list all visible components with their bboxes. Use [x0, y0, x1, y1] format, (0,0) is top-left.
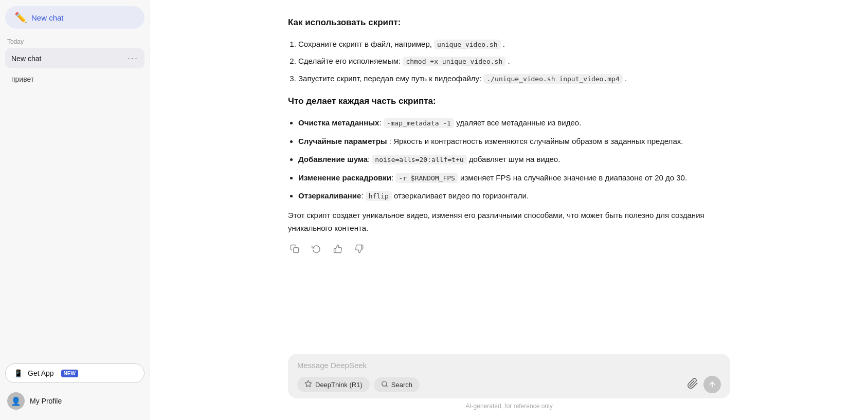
svg-line-3: [386, 385, 387, 387]
chat-item-privet[interactable]: привет: [5, 70, 144, 87]
step3-end: .: [625, 74, 627, 83]
search-button[interactable]: Search: [374, 377, 420, 392]
bullet5-bold: Отзеркаливание: [298, 191, 361, 200]
input-area: Message DeepSeek DeepThink (R1): [150, 349, 868, 420]
step-3: Запустите скрипт, передав ему путь к вид…: [298, 72, 730, 85]
chat-item-more-icon[interactable]: ···: [128, 53, 138, 64]
phone-icon: 📱: [14, 369, 23, 377]
message-input-placeholder[interactable]: Message DeepSeek: [297, 361, 721, 370]
bullet1-text: удаляет все метаданные из видео.: [456, 118, 581, 127]
bullet5-code: hflip: [366, 191, 392, 201]
steps-list: Сохраните скрипт в файл, например, uniqu…: [298, 38, 730, 85]
svg-marker-1: [305, 380, 312, 387]
chat-item-label: New chat: [11, 54, 41, 63]
step2-code: chmod +x unique_video.sh: [403, 57, 505, 66]
edit-icon: ✏️: [14, 11, 27, 24]
search-icon: [381, 380, 388, 389]
action-bar: [288, 242, 730, 258]
new-badge: NEW: [61, 370, 78, 377]
search-label: Search: [391, 381, 412, 389]
step3-code: ./unique_video.sh input_video.mp4: [483, 74, 622, 84]
input-toolbar-left: DeepThink (R1) Search: [297, 377, 420, 392]
copy-button[interactable]: [288, 242, 301, 258]
attach-button[interactable]: [687, 378, 698, 392]
message-content: Как использовать скрипт: Сохраните скрип…: [288, 15, 730, 258]
bullets-list: Очистка метаданных: -map_metadata -1 уда…: [298, 116, 730, 203]
profile-row[interactable]: 👤 My Profile: [5, 388, 144, 414]
deepthink-icon: [304, 380, 312, 389]
summary-text: Этот скрипт создает уникальное видео, из…: [288, 209, 730, 235]
bullet1-bold: Очистка метаданных: [298, 118, 379, 127]
step1-code: unique_video.sh: [434, 40, 500, 49]
bullet-5: Отзеркаливание: hflip отзеркаливает виде…: [298, 189, 730, 203]
avatar-icon: 👤: [11, 396, 21, 406]
bullet3-code: noise=alls=20:allf=t+u: [372, 155, 466, 165]
bullet1-code: -map_metadata -1: [384, 118, 454, 128]
profile-label: My Profile: [30, 397, 62, 405]
step2-text: Сделайте его исполняемым:: [298, 57, 401, 65]
bullet-2: Случайные параметры : Яркость и контраст…: [298, 135, 730, 148]
ai-note: AI-generated, for reference only: [288, 403, 730, 410]
step-1: Сохраните скрипт в файл, например, uniqu…: [298, 38, 730, 51]
bullet3-bold: Добавление шума: [298, 155, 368, 163]
chat-item-new-chat[interactable]: New chat ···: [5, 48, 144, 68]
get-app-button[interactable]: 📱 Get App NEW: [5, 363, 144, 383]
step1-end: .: [503, 40, 505, 48]
thumbs-down-button[interactable]: [353, 242, 366, 258]
message-input-box[interactable]: Message DeepSeek DeepThink (R1): [288, 354, 730, 398]
heading-what-does: Что делает каждая часть скрипта:: [288, 94, 730, 109]
avatar: 👤: [7, 392, 25, 410]
bullet2-text: : Яркость и контрастность изменяются слу…: [389, 137, 683, 145]
deepthink-label: DeepThink (R1): [315, 381, 363, 389]
svg-rect-0: [294, 248, 299, 253]
bullet2-bold: Случайные параметры: [298, 137, 387, 145]
input-toolbar-right: [687, 376, 721, 393]
step3-text: Запустите скрипт, передав ему путь к вид…: [298, 74, 481, 83]
bullet-3: Добавление шума: noise=alls=20:allf=t+u …: [298, 153, 730, 166]
bullet3-text: добавляет шум на видео.: [469, 155, 560, 163]
send-button[interactable]: [703, 376, 721, 393]
bullet5-text: отзеркаливает видео по горизонтали.: [394, 191, 529, 200]
deepthink-button[interactable]: DeepThink (R1): [297, 377, 370, 392]
bullet-4: Изменение раскадровки: -r $RANDOM_FPS из…: [298, 171, 730, 185]
new-chat-button[interactable]: ✏️ New chat: [5, 6, 144, 29]
get-app-label: Get App: [28, 369, 54, 377]
chat-scroll[interactable]: Как использовать скрипт: Сохраните скрип…: [150, 0, 868, 349]
sidebar: ✏️ New chat Today New chat ··· привет 📱 …: [0, 0, 150, 420]
input-toolbar: DeepThink (R1) Search: [297, 376, 721, 393]
bullet4-code: -r $RANDOM_FPS: [395, 173, 458, 183]
refresh-button[interactable]: [310, 242, 323, 258]
step2-end: .: [508, 57, 510, 65]
step-2: Сделайте его исполняемым: chmod +x uniqu…: [298, 54, 730, 68]
chat-item-small-label: привет: [11, 75, 34, 83]
today-section-label: Today: [5, 38, 144, 45]
bullet4-text: изменяет FPS на случайное значение в диа…: [460, 173, 687, 182]
step1-text: Сохраните скрипт в файл, например,: [298, 40, 432, 48]
main-panel: Как использовать скрипт: Сохраните скрип…: [150, 0, 868, 420]
bullet-1: Очистка метаданных: -map_metadata -1 уда…: [298, 116, 730, 130]
heading-how-to-use: Как использовать скрипт:: [288, 15, 730, 30]
bullet4-bold: Изменение раскадровки: [298, 173, 391, 182]
thumbs-up-button[interactable]: [331, 242, 345, 258]
new-chat-label: New chat: [31, 13, 64, 22]
